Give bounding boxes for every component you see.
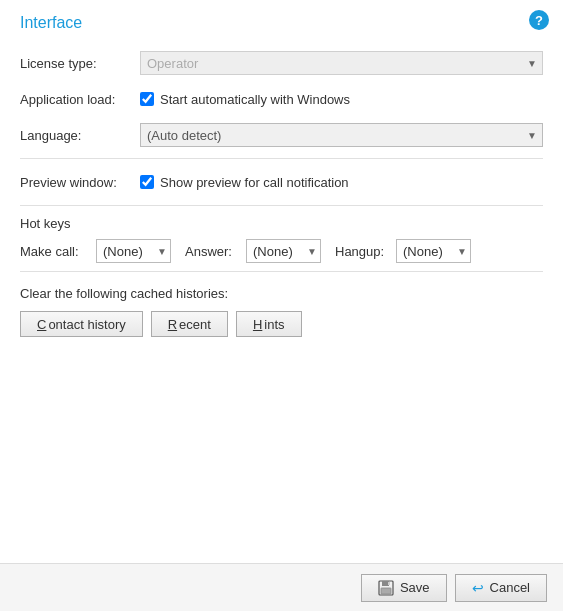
contact-history-rest: ontact history [48,317,125,332]
preview-window-checkbox-row: Show preview for call notification [140,175,349,190]
hangup-group: Hangup: (None) F1F2F3F4 F5F6F7F8 ▼ [335,239,471,263]
clear-label: Clear the following cached histories: [20,286,543,301]
language-control: (Auto detect) English French German Span… [140,123,543,147]
hangup-select-wrapper: (None) F1F2F3F4 F5F6F7F8 ▼ [396,239,471,263]
contact-history-button[interactable]: Contact history [20,311,143,337]
hints-rest: ints [264,317,284,332]
clear-section: Clear the following cached histories: Co… [20,286,543,337]
application-load-checkbox-row: Start automatically with Windows [140,92,350,107]
answer-select[interactable]: (None) F1F2F3F4 F5F6F7F8 [246,239,321,263]
hints-button[interactable]: Hints [236,311,302,337]
preview-window-label: Preview window: [20,175,140,190]
divider-3 [20,271,543,272]
license-type-row: License type: Operator ▼ [20,50,543,76]
answer-label: Answer: [185,244,240,259]
make-call-label: Make call: [20,244,90,259]
floppy-icon [378,580,394,596]
language-select-wrapper: (Auto detect) English French German Span… [140,123,543,147]
preview-window-control: Show preview for call notification [140,175,543,190]
svg-rect-2 [381,588,391,594]
preview-window-checkbox[interactable] [140,175,154,189]
language-select[interactable]: (Auto detect) English French German Span… [140,123,543,147]
svg-rect-1 [382,581,389,586]
language-label: Language: [20,128,140,143]
application-load-checkbox-label: Start automatically with Windows [160,92,350,107]
application-load-label: Application load: [20,92,140,107]
preview-window-row: Preview window: Show preview for call no… [20,169,543,195]
hangup-label: Hangup: [335,244,390,259]
svg-rect-3 [388,582,390,585]
help-icon[interactable]: ? [529,10,549,30]
bottom-bar: Save ↩ Cancel [0,563,563,611]
page-title: Interface [20,14,543,32]
cancel-button[interactable]: ↩ Cancel [455,574,547,602]
divider-2 [20,205,543,206]
cancel-icon: ↩ [472,580,484,596]
license-type-select-wrapper: Operator ▼ [140,51,543,75]
preview-window-checkbox-label: Show preview for call notification [160,175,349,190]
make-call-select[interactable]: (None) F1F2F3F4 F5F6F7F8 [96,239,171,263]
cancel-label: Cancel [490,580,530,595]
make-call-select-wrapper: (None) F1F2F3F4 F5F6F7F8 ▼ [96,239,171,263]
hotkeys-section-title: Hot keys [20,216,543,231]
divider-1 [20,158,543,159]
answer-group: Answer: (None) F1F2F3F4 F5F6F7F8 ▼ [185,239,321,263]
make-call-group: Make call: (None) F1F2F3F4 F5F6F7F8 ▼ [20,239,171,263]
clear-buttons: Contact history Recent Hints [20,311,543,337]
recent-button[interactable]: Recent [151,311,228,337]
save-button[interactable]: Save [361,574,447,602]
application-load-row: Application load: Start automatically wi… [20,86,543,112]
hints-underline: H [253,317,262,332]
license-type-select[interactable]: Operator [140,51,543,75]
save-label: Save [400,580,430,595]
recent-rest: ecent [179,317,211,332]
license-type-label: License type: [20,56,140,71]
hotkeys-row: Make call: (None) F1F2F3F4 F5F6F7F8 ▼ An… [20,239,543,263]
application-load-checkbox[interactable] [140,92,154,106]
license-type-control: Operator ▼ [140,51,543,75]
contact-history-underline: C [37,317,46,332]
application-load-control: Start automatically with Windows [140,92,543,107]
hangup-select[interactable]: (None) F1F2F3F4 F5F6F7F8 [396,239,471,263]
page-container: ? Interface License type: Operator ▼ App… [0,0,563,611]
recent-underline: R [168,317,177,332]
language-row: Language: (Auto detect) English French G… [20,122,543,148]
answer-select-wrapper: (None) F1F2F3F4 F5F6F7F8 ▼ [246,239,321,263]
